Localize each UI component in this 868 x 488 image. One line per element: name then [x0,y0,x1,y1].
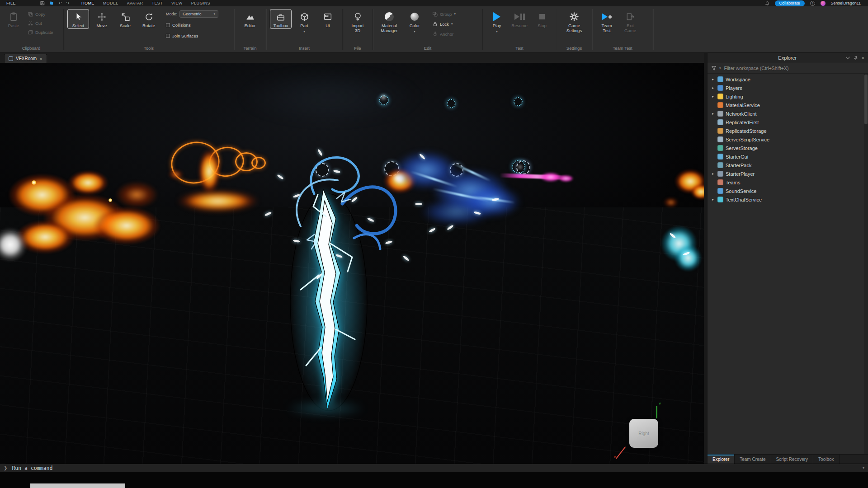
copy-icon [28,12,33,17]
terrain-icon [245,11,255,22]
group-icon [433,12,438,17]
document-tab-vfxroom[interactable]: VFXRoom × [4,54,47,63]
explorer-item-startergui[interactable]: ▸ StarterGui [708,152,868,161]
panel-tab-team-create[interactable]: Team Create [735,455,771,464]
explorer-item-networkclient[interactable]: ▸ NetworkClient [708,109,868,118]
ui-button[interactable]: UI [317,9,339,29]
explorer-item-soundservice[interactable]: ▸ SoundService [708,187,868,195]
explorer-filter-input[interactable]: ▾ Filter workspace (Ctrl+Shift+X) [708,63,868,74]
avatar[interactable] [821,1,826,6]
ribbon-separator [342,9,343,50]
mode-dropdown[interactable]: Geometric▾ [179,10,218,18]
toolbox-button[interactable]: Toolbox [270,9,292,29]
stop-button[interactable]: Stop [532,9,552,29]
explorer-item-starterplayer[interactable]: ▸ StarterPlayer [708,169,868,178]
copy-button[interactable]: Copy [26,10,55,18]
lock-button[interactable]: Lock▾ [431,20,458,28]
explorer-item-players[interactable]: ▸ Players [708,84,868,92]
vfx-fire-spark [32,180,36,185]
redo-icon[interactable]: ↷ [66,1,70,5]
collisions-checkbox[interactable]: Collisions [166,21,218,29]
pin-icon[interactable] [854,56,858,60]
paste-button[interactable]: Paste [3,9,24,29]
anchor-button[interactable]: Anchor [431,30,458,38]
expand-arrow-icon[interactable]: ▸ [711,197,715,202]
explorer-item-replicatedfirst[interactable]: ▸ ReplicatedFirst [708,118,868,127]
close-icon[interactable]: × [862,55,864,61]
import-3d-button[interactable]: Import 3D [347,9,368,33]
game-settings-button[interactable]: Game Settings [561,9,587,33]
menu-tab-model[interactable]: MODEL [103,1,118,5]
menu-tab-plugins[interactable]: PLUGINS [191,1,210,5]
color-button[interactable]: Color ▾ [404,9,425,34]
terrain-editor-button[interactable]: Editor [239,9,261,29]
vfx-fire-explosion [68,170,108,195]
tree-networkclient-icon [717,111,723,117]
menu-tab-home[interactable]: HOME [81,1,94,5]
command-bar[interactable]: ❯ Run a command ▾ [0,464,868,472]
bell-icon[interactable] [765,1,769,6]
resume-button[interactable]: Resume [509,9,530,29]
undo-icon[interactable]: ↶ [58,1,62,5]
expand-arrow-icon[interactable]: ▸ [711,172,715,176]
ribbon-separator [373,9,373,50]
explorer-item-teams[interactable]: ▸ Teams [708,178,868,187]
part-button[interactable]: Part ▾ [293,9,315,34]
move-tool-button[interactable]: Move [91,9,113,29]
select-tool-button[interactable]: Select [67,9,89,29]
test-group-label: Test [484,45,555,52]
vfx-spark [415,203,422,205]
team-test-button[interactable]: Team Test [596,9,618,33]
anchor-icon [433,31,438,37]
rotate-tool-button[interactable]: Rotate [138,9,160,29]
cut-button[interactable]: Cut [26,19,55,27]
panel-tab-script-recovery[interactable]: Script Recovery [771,455,814,464]
expand-arrow-icon[interactable]: ▸ [711,77,715,81]
mode-label: Mode: [166,12,177,16]
explorer-item-serverscriptservice[interactable]: ▸ ServerScriptService [708,135,868,144]
explorer-item-replicatedstorage[interactable]: ▸ ReplicatedStorage [708,127,868,135]
collaborate-button[interactable]: Collaborate [775,0,805,6]
explorer-item-materialservice[interactable]: ▸ MaterialService [708,101,868,109]
explorer-scrollbar[interactable] [864,74,868,454]
explorer-item-starterpack[interactable]: ▸ StarterPack [708,161,868,169]
expand-arrow-icon[interactable]: ▸ [711,112,715,116]
explorer-item-textchatservice[interactable]: ▸ TextChatService [708,195,868,204]
stop-icon [539,11,545,22]
material-manager-button[interactable]: Material Manager [377,9,402,33]
tree-workspace-icon [717,76,723,82]
chevron-down-icon[interactable] [846,56,850,59]
play-button[interactable]: Play ▾ [486,9,507,34]
explorer-item-workspace[interactable]: ▸ Workspace [708,75,868,84]
chevron-down-icon[interactable]: ▾ [863,466,868,470]
help-icon[interactable]: ? [810,1,815,6]
play-icon [493,11,500,22]
panel-tab-explorer[interactable]: Explorer [708,455,735,464]
command-input[interactable]: Run a command [12,465,52,471]
exit-game-button[interactable]: Exit Game [619,9,641,33]
panel-splitter[interactable] [704,53,707,464]
panel-tab-toolbox[interactable]: Toolbox [813,455,839,464]
menu-tab-view[interactable]: VIEW [171,1,183,5]
scrollbar-thumb[interactable] [864,75,868,124]
expand-arrow-icon[interactable]: ▸ [711,94,715,99]
join-surfaces-checkbox[interactable]: Join Surfaces [166,32,218,40]
file-menu[interactable]: FILE [0,1,22,5]
studio-logo-icon[interactable] [49,1,54,5]
menu-tab-test[interactable]: TEST [151,1,163,5]
viewport-3d[interactable]: Y Right x [0,63,704,464]
explorer-item-serverstorage[interactable]: ▸ ServerStorage [708,144,868,152]
group-button[interactable]: Group▾ [431,10,458,18]
ribbon-group-team-test: Team Test Exit Game Team Test [593,6,652,52]
menu-tab-avatar[interactable]: AVATAR [127,1,143,5]
place-icon [9,56,13,61]
close-tab-icon[interactable]: × [39,56,42,61]
title-bar: FILE ↶ ↷ HOME MODEL AVATAR TEST VIEW PLU… [0,0,868,6]
explorer-item-lighting[interactable]: ▸ Lighting [708,92,868,101]
expand-arrow-icon[interactable]: ▸ [711,86,715,90]
duplicate-button[interactable]: Duplicate [26,28,55,36]
chevron-down-icon: ▾ [214,12,216,16]
scale-tool-button[interactable]: Scale [114,9,136,29]
save-icon[interactable] [40,1,45,5]
view-cube[interactable]: Right [629,419,658,448]
